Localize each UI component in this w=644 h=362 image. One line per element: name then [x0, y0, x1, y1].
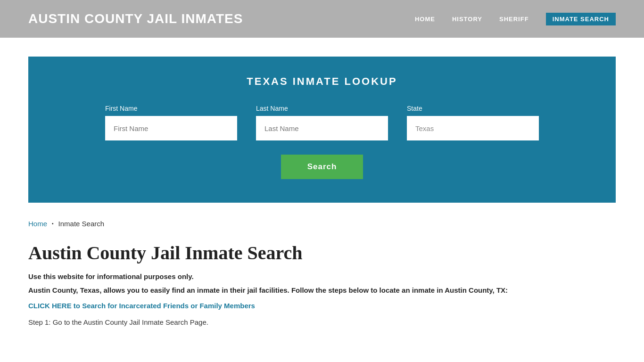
breadcrumb-current: Inmate Search: [58, 220, 105, 228]
main-nav: HOME HISTORY SHERIFF INMATE SEARCH: [415, 13, 616, 25]
step1-text: Step 1: Go to the Austin County Jail Inm…: [28, 318, 208, 326]
search-widget-heading: TEXAS INMATE LOOKUP: [57, 75, 587, 88]
breadcrumb: Home • Inmate Search: [0, 203, 644, 232]
nav-sheriff[interactable]: SHERIFF: [499, 16, 529, 23]
info-line-2: Austin County, Texas, allows you to easi…: [28, 286, 616, 294]
search-button-row: Search: [57, 155, 587, 179]
breadcrumb-separator: •: [52, 221, 54, 226]
nav-home[interactable]: HOME: [415, 16, 435, 23]
search-widget: TEXAS INMATE LOOKUP First Name Last Name…: [28, 57, 616, 203]
state-group: State Texas: [407, 105, 539, 140]
site-title: AUSTIN COUNTY JAIL INMATES: [28, 11, 243, 26]
last-name-group: Last Name: [256, 105, 388, 140]
first-name-group: First Name: [105, 105, 237, 140]
state-label: State: [407, 105, 539, 112]
first-name-input[interactable]: [105, 116, 237, 140]
nav-history[interactable]: HISTORY: [452, 16, 482, 23]
main-content: Austin County Jail Inmate Search Use thi…: [0, 232, 644, 346]
nav-inmate-search[interactable]: INMATE SEARCH: [546, 13, 616, 25]
first-name-label: First Name: [105, 105, 237, 112]
last-name-input[interactable]: [256, 116, 388, 140]
state-display: Texas: [407, 116, 539, 140]
page-heading: Austin County Jail Inmate Search: [28, 242, 616, 264]
search-fields: First Name Last Name State Texas: [57, 105, 587, 140]
click-here-link[interactable]: CLICK HERE to Search for Incarcerated Fr…: [28, 302, 616, 310]
last-name-label: Last Name: [256, 105, 388, 112]
site-header: AUSTIN COUNTY JAIL INMATES HOME HISTORY …: [0, 0, 644, 38]
search-button[interactable]: Search: [281, 155, 363, 179]
info-line-1: Use this website for informational purpo…: [28, 272, 616, 280]
breadcrumb-home[interactable]: Home: [28, 220, 47, 228]
